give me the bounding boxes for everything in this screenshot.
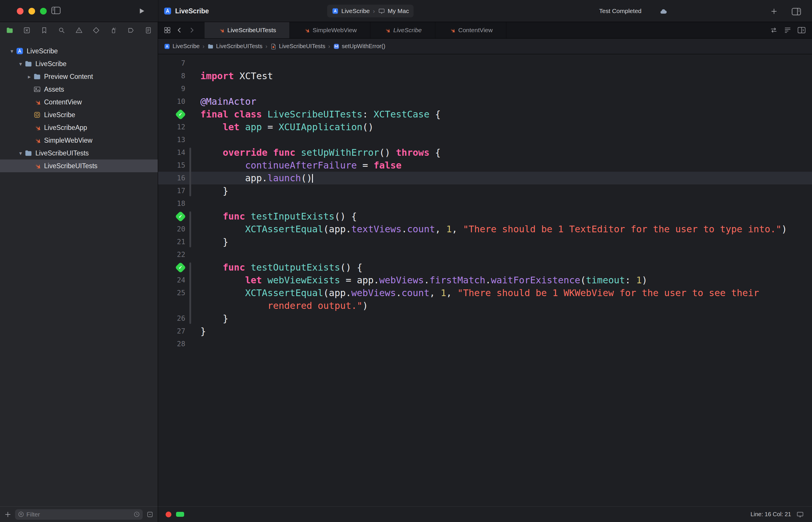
run-button[interactable] [138, 7, 146, 15]
test-status-indicator[interactable] [176, 512, 184, 517]
line-number-gutter: 25 [158, 286, 185, 299]
editor-options-button[interactable] [791, 7, 801, 16]
related-items-icon[interactable] [770, 26, 778, 34]
code-line[interactable]: 10@MainActor [158, 95, 812, 108]
code-line[interactable]: 25 XCTAssertEqual(app.webViews.count, 1,… [158, 286, 812, 299]
tab-overview-icon[interactable] [163, 26, 171, 34]
report-navigator-button[interactable] [143, 25, 154, 36]
test-passed-icon[interactable]: ✓ [175, 211, 186, 222]
zoom-window-button[interactable] [40, 8, 47, 15]
navigator-row[interactable]: ContentView [0, 96, 158, 108]
code-line[interactable]: rendered output.") [158, 299, 812, 312]
code-line[interactable]: 20 XCTAssertEqual(app.textViews.count, 1… [158, 223, 812, 236]
code-line[interactable]: 17 } [158, 184, 812, 197]
code-line[interactable]: 27} [158, 325, 812, 338]
code-text: func testInputExists() { [200, 210, 357, 223]
line-number-gutter: 14 [158, 146, 185, 159]
line-number-gutter: 28 [158, 338, 185, 350]
jumpbar-item[interactable]: LiveScribeUITests [207, 43, 262, 49]
source-control-navigator-button[interactable] [22, 25, 32, 36]
fold-ribbon [185, 57, 200, 69]
navigator-row[interactable]: ▸Preview Content [0, 70, 158, 83]
code-editor[interactable]: 78import XCTest910@MainActor✓final class… [158, 54, 812, 506]
navigator-row[interactable]: LiveScribeUITests [0, 160, 158, 172]
add-editor-plus-button[interactable] [770, 7, 778, 15]
debug-navigator-button[interactable] [108, 25, 119, 36]
go-forward-button[interactable] [188, 26, 196, 34]
disclosure-closed-icon[interactable]: ▸ [25, 73, 33, 80]
filter-input[interactable] [26, 511, 131, 518]
code-line[interactable]: 7 [158, 57, 812, 69]
test-navigator-button[interactable] [91, 25, 102, 36]
code-line[interactable]: 9 [158, 82, 812, 95]
jumpbar-item[interactable]: setUpWithError() [333, 43, 385, 49]
code-line[interactable]: 26 } [158, 312, 812, 325]
line-number-gutter: 9 [158, 82, 185, 95]
editor-tab[interactable]: LiveScribeUITests [204, 22, 290, 38]
add-item-button[interactable] [4, 511, 12, 518]
cloud-status-icon[interactable] [658, 7, 669, 16]
close-window-button[interactable] [17, 8, 23, 15]
navigator-row[interactable]: ▾LiveScribe [0, 45, 158, 57]
breakpoint-navigator-button[interactable] [126, 25, 136, 36]
disclosure-open-icon[interactable]: ▾ [17, 61, 24, 67]
code-line[interactable]: 13 [158, 134, 812, 146]
navigator-row[interactable]: LiveScribeApp [0, 121, 158, 134]
code-line[interactable]: 18 [158, 197, 812, 210]
code-line[interactable]: 22 [158, 248, 812, 261]
issue-navigator-button[interactable] [74, 25, 84, 36]
bookmark-navigator-button[interactable] [39, 25, 49, 36]
disclosure-open-icon[interactable]: ▾ [8, 48, 16, 55]
change-ribbon-bar [189, 223, 191, 236]
editor-tab[interactable]: SimpleWebView [290, 22, 370, 38]
scheme-selector[interactable]: LiveScribe › My Mac [327, 5, 413, 17]
editor-tab[interactable]: LiveScribe [370, 22, 435, 38]
test-passed-icon[interactable]: ✓ [175, 109, 186, 120]
change-ribbon-bar [189, 236, 191, 247]
code-line[interactable]: 15 continueAfterFailure = false [158, 159, 812, 172]
code-line[interactable]: 8import XCTest [158, 69, 812, 82]
code-line[interactable]: 14 override func setUpWithError() throws… [158, 146, 812, 159]
navigator-filter-field[interactable] [15, 509, 143, 520]
code-line[interactable]: ✓ func testInputExists() { [158, 210, 812, 223]
window-content: ▾LiveScribe▾LiveScribe▸Preview ContentAs… [0, 22, 812, 522]
minimize-window-button[interactable] [28, 8, 35, 15]
tabs: LiveScribeUITestsSimpleWebViewLiveScribe… [204, 22, 506, 38]
code-line[interactable]: 24 let webViewExists = app.webViews.firs… [158, 274, 812, 286]
find-navigator-button[interactable] [56, 25, 67, 36]
code-line[interactable]: 21 } [158, 236, 812, 248]
source-control-filter-button[interactable] [146, 511, 154, 518]
recents-clock-icon[interactable] [134, 511, 140, 518]
navigator-row[interactable]: LiveScribe [0, 108, 158, 121]
record-indicator[interactable] [166, 511, 171, 517]
file-label: LiveScribe [35, 60, 66, 68]
line-number-gutter: 7 [158, 57, 185, 69]
navigator-row[interactable]: ▾LiveScribeUITests [0, 147, 158, 160]
fold-ribbon [185, 95, 200, 108]
current-code-line[interactable]: 16 app.launch() [158, 172, 812, 184]
project-icon [163, 7, 172, 15]
code-text: let webViewExists = app.webViews.firstMa… [200, 274, 647, 286]
code-line[interactable]: 12 let app = XCUIApplication() [158, 121, 812, 134]
jumpbar-item[interactable]: LiveScribeUITests [270, 43, 325, 49]
go-back-button[interactable] [176, 26, 184, 34]
split-editor-icon[interactable] [797, 26, 806, 34]
display-destination-icon[interactable] [796, 511, 805, 518]
text-cursor [312, 174, 313, 183]
code-line[interactable]: 28 [158, 338, 812, 350]
navigator-row[interactable]: SimpleWebView [0, 134, 158, 147]
project-navigator-button[interactable] [4, 25, 15, 36]
code-text: continueAfterFailure = false [200, 159, 402, 172]
code-line[interactable]: ✓final class LiveScribeUITests: XCTestCa… [158, 108, 812, 121]
jumpbar-item[interactable]: LiveScribe [164, 43, 200, 49]
editor-tab[interactable]: ContentView [435, 22, 506, 38]
test-passed-icon[interactable]: ✓ [175, 262, 186, 273]
file-label: SimpleWebView [44, 137, 93, 144]
toggle-sidebar-button[interactable] [51, 6, 61, 15]
minimap-list-icon[interactable] [784, 26, 792, 34]
file-label: LiveScribeApp [44, 124, 87, 132]
code-line[interactable]: ✓ func testOutputExists() { [158, 261, 812, 274]
navigator-row[interactable]: ▾LiveScribe [0, 57, 158, 70]
disclosure-open-icon[interactable]: ▾ [17, 150, 24, 157]
navigator-row[interactable]: Assets [0, 83, 158, 96]
